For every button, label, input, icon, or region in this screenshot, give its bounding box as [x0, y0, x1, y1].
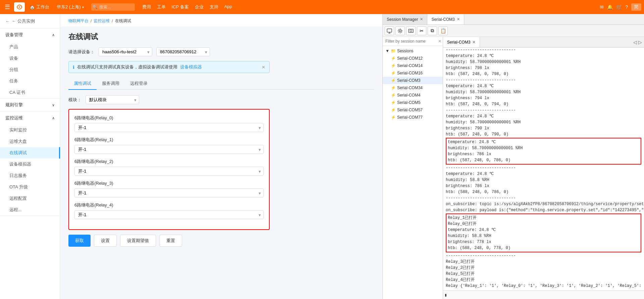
serial-icon-com4: ⚡ — [391, 93, 396, 98]
serial-icon-com3: ⚡ — [391, 78, 396, 83]
set-button[interactable]: 设置 — [94, 235, 117, 247]
tree-item-com12[interactable]: ⚡ Serial-COM12 — [383, 55, 443, 62]
filter-clear-btn[interactable]: ✕ — [438, 39, 441, 44]
tree-item-com57[interactable]: ⚡ Serial-COM57 — [383, 106, 443, 114]
mail-icon[interactable]: ✉ — [600, 4, 604, 10]
toolbar-btn-monitor[interactable] — [385, 26, 394, 35]
breadcrumb-iot[interactable]: 物联网平台 — [68, 18, 89, 24]
section-header-device[interactable]: 设备管理 ∧ — [0, 28, 60, 41]
tree-item-com77[interactable]: ⚡ Serial-COM77 — [383, 114, 443, 121]
serial-line: brightness: 778 lx — [448, 239, 639, 245]
device-id-select[interactable]: 867082058706912 — [156, 47, 210, 56]
hamburger-menu[interactable]: ☰ — [3, 2, 12, 12]
relay-item-0: 6路继电器(Relay_0) 开-1 — [74, 115, 264, 132]
serial-line: htb: (588, 248, 0, 786, 0) — [446, 189, 641, 195]
sidebar-item-ca[interactable]: CA 证书 — [0, 87, 60, 98]
svg-point-0 — [19, 6, 20, 8]
relay2-select[interactable]: 开-1 — [74, 167, 264, 176]
sidebar-item-simulator[interactable]: 设备模拟器 — [0, 159, 60, 170]
serial-tab-close[interactable]: ✕ — [472, 40, 476, 45]
help-icon[interactable]: ? — [625, 4, 628, 10]
tree-root-sessions[interactable]: ▼ 📁 Sessions — [383, 47, 443, 55]
search-input[interactable] — [91, 3, 135, 11]
sidebar-item-realtime[interactable]: 实时监控 — [0, 124, 60, 136]
back-link[interactable]: ← ← 公共实例 — [0, 14, 60, 28]
nav-cost[interactable]: 费用 — [140, 3, 154, 11]
get-button[interactable]: 获取 — [68, 235, 91, 247]
toolbar-btn-settings[interactable] — [395, 26, 405, 35]
relay3-select[interactable]: 开-1 — [74, 188, 264, 197]
section-header-rule[interactable]: 规则引擎 ∨ — [0, 99, 60, 111]
sm-serial-tab-close[interactable]: ✕ — [457, 17, 460, 21]
module-select[interactable]: 默认模块 — [86, 95, 139, 104]
cart-icon[interactable]: 🛒 — [616, 4, 622, 10]
sm-tab-label: Session Manager — [387, 17, 418, 22]
sidebar-item-ota[interactable]: OTA 升级 — [0, 181, 60, 193]
tab-service[interactable]: 服务调用 — [97, 78, 125, 90]
serial-com3-tab[interactable]: Serial-COM3 ✕ — [443, 37, 480, 47]
session-filter-input[interactable] — [384, 38, 438, 44]
toolbar-btn-paste[interactable]: 📋 — [438, 26, 448, 35]
sidebar-item-remote-config[interactable]: 远程配置 — [0, 193, 60, 204]
tab-property[interactable]: 属性调试 — [68, 78, 97, 90]
relay1-select[interactable]: 开-1 — [74, 145, 264, 154]
relay1-label: 6路继电器(Relay_1) — [74, 137, 264, 143]
folder-expand-icon: ▼ — [385, 49, 389, 53]
module-select-wrapper: 默认模块 — [86, 95, 139, 104]
right-icons: ✉ 🔔 🛒 ? 简 — [600, 3, 641, 11]
sidebar-item-ops[interactable]: 运维大盘 — [0, 136, 60, 147]
nav-support[interactable]: 支持 — [207, 3, 221, 11]
sm-tab-serial-com3[interactable]: Serial-COM3 ✕ — [427, 14, 464, 24]
toolbar-btn-image[interactable] — [406, 26, 416, 35]
tree-item-com3[interactable]: ⚡ Serial-COM3 — [383, 77, 443, 84]
set-expected-button[interactable]: 设置期望值 — [120, 235, 156, 247]
relay4-select[interactable]: 开-1 — [74, 210, 264, 219]
serial-content[interactable]: -----------------------------temperature… — [443, 48, 644, 290]
relay0-select[interactable]: 开-1 — [74, 123, 264, 132]
nav-region[interactable]: 华东2 (上海) ▾ — [54, 3, 87, 11]
tree-item-com34[interactable]: ⚡ Serial-COM34 — [383, 84, 443, 92]
device-select[interactable]: haas506-rtu-test2 — [99, 47, 152, 56]
serial-icon-com12: ⚡ — [391, 56, 396, 61]
session-filter: ✕ — [383, 37, 443, 46]
serial-command-input[interactable] — [447, 293, 643, 297]
serial-icon-com77: ⚡ — [391, 115, 396, 120]
nav-enterprise[interactable]: 企业 — [192, 3, 206, 11]
user-avatar[interactable]: 简 — [631, 3, 641, 11]
top-nav: ☰ 🏠 工作台 华东2 (上海) ▾ 🔍 费用 工单 ICP 备案 企业 支持 … — [0, 0, 644, 14]
breadcrumb-current: 在线调试 — [115, 18, 131, 24]
bell-icon[interactable]: 🔔 — [607, 4, 613, 10]
tab-remote-login[interactable]: 远程登录 — [125, 78, 153, 90]
sidebar-item-log[interactable]: 日志服务 — [0, 170, 60, 181]
tree-item-com4[interactable]: ⚡ Serial-COM4 — [383, 92, 443, 99]
nav-ticket[interactable]: 工单 — [154, 3, 168, 11]
section-header-monitor[interactable]: 监控运维 ∧ — [0, 112, 60, 124]
serial-nav-arrows: ◁ ▷ — [631, 40, 644, 45]
serial-line: humidity: 58.70000000000001 %RH — [448, 145, 639, 151]
sidebar-item-task[interactable]: 任务 — [0, 75, 60, 87]
sidebar-item-device[interactable]: 设备 — [0, 53, 60, 64]
tree-item-com14[interactable]: ⚡ Serial-COM14 — [383, 62, 443, 69]
nav-workbench[interactable]: 🏠 工作台 — [27, 3, 52, 11]
sidebar-item-product[interactable]: 产品 — [0, 41, 60, 53]
serial-line: temperature: 24.8 ℃ — [446, 113, 641, 119]
sm-tab-close[interactable]: ✕ — [420, 17, 423, 21]
sidebar-item-group[interactable]: 分组 — [0, 64, 60, 75]
nav-icp[interactable]: ICP 备案 — [169, 3, 192, 11]
nav-app[interactable]: App — [222, 3, 235, 11]
breadcrumb-monitor[interactable]: 监控运维 — [94, 18, 110, 24]
sidebar-item-remote-more[interactable]: 远程... — [0, 204, 60, 216]
device-simulator-link[interactable]: 设备模拟器 — [180, 64, 202, 70]
banner-close-btn[interactable]: ✕ — [262, 65, 265, 70]
sidebar-item-debug[interactable]: 在线调试 — [0, 147, 60, 159]
serial-line: htb: (587, 248, 0, 790, 0) — [446, 131, 641, 137]
tree-item-com16[interactable]: ⚡ Serial-COM16 — [383, 69, 443, 77]
nav-left-arrow[interactable]: ◁ — [633, 40, 637, 45]
toolbar-btn-cut[interactable]: ✂ — [417, 26, 426, 35]
sm-tab-session-manager[interactable]: Session Manager ✕ — [383, 14, 427, 24]
tree-item-com5[interactable]: ⚡ Serial-COM5 — [383, 99, 443, 106]
toolbar-btn-copy[interactable]: ⧉ — [428, 26, 437, 35]
module-row: 模块： 默认模块 — [68, 95, 374, 104]
reset-button[interactable]: 重置 — [159, 235, 182, 247]
nav-right-arrow[interactable]: ▷ — [638, 40, 642, 45]
